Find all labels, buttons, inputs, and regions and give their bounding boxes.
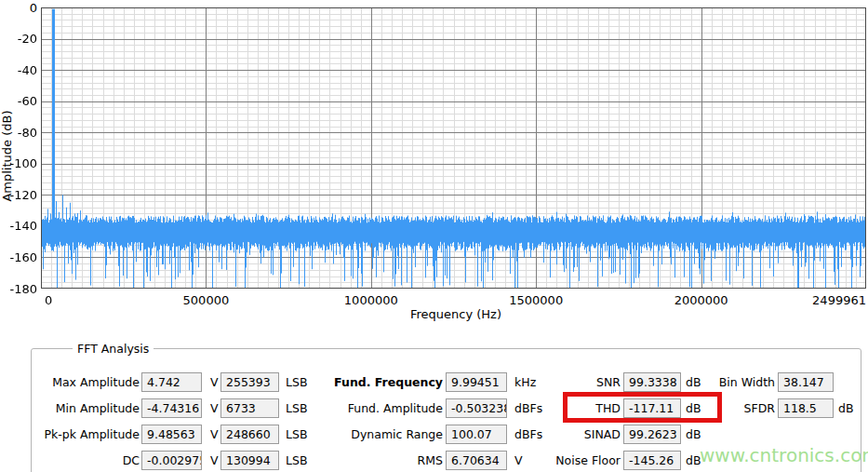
groupbox-title: FFT Analysis	[73, 342, 154, 356]
y-tick-label: -60	[0, 94, 37, 108]
x-tick-label: 0	[45, 293, 52, 307]
x-tick-label: 500000	[183, 293, 230, 307]
sinad-unit: dB	[686, 425, 701, 444]
x-tick-label: 2000000	[674, 293, 728, 307]
min-amplitude-lsb-unit: LSB	[286, 398, 307, 418]
x-tick-label: 2499961	[812, 293, 866, 307]
y-tick-label: -40	[0, 63, 37, 77]
noise-floor-label: Noise Floor	[516, 451, 621, 470]
y-tick-label: -140	[0, 219, 37, 233]
noise-floor-field[interactable]: -145.26	[623, 451, 681, 470]
dynamic-range-label: Dynamic Range	[333, 425, 443, 444]
dc-v-field[interactable]: -0.002975	[141, 451, 202, 470]
y-tick-label: -20	[0, 32, 37, 46]
spectrum-plot-area	[41, 7, 866, 289]
pkpk-amplitude-label: Pk-pk Amplitude	[31, 425, 140, 444]
bin-width-label: Bin Width	[688, 372, 775, 392]
dc-v-unit: V	[210, 451, 219, 470]
max-amplitude-label: Max Amplitude	[31, 372, 140, 392]
fund-amplitude-label: Fund. Amplitude	[333, 398, 443, 418]
pkpk-amplitude-lsb-field[interactable]: 248660	[220, 425, 279, 444]
pkpk-amplitude-v-field[interactable]: 9.48563	[141, 425, 202, 444]
y-tick-label: -180	[0, 282, 37, 296]
pkpk-amplitude-v-unit: V	[210, 425, 219, 444]
snr-label: SNR	[516, 372, 621, 392]
x-tick-label: 1000000	[344, 293, 398, 307]
fund-amplitude-field[interactable]: -0.503238	[446, 398, 507, 418]
max-amplitude-lsb-unit: LSB	[286, 372, 307, 392]
watermark-text: www.cntronics.com	[700, 444, 868, 466]
y-tick-label: -160	[0, 250, 37, 264]
bin-width-field[interactable]: 38.147	[778, 372, 834, 392]
y-tick-label: -100	[0, 156, 37, 170]
x-tick-label: 1500000	[509, 293, 563, 307]
dc-lsb-unit: LSB	[286, 451, 307, 470]
snr-field[interactable]: 99.3338	[623, 372, 681, 392]
min-amplitude-lsb-field[interactable]: 6733	[220, 398, 279, 418]
rms-label: RMS	[333, 451, 443, 470]
y-tick-label: 0	[0, 1, 37, 15]
fund-frequency-field[interactable]: 9.99451	[446, 372, 507, 392]
min-amplitude-label: Min Amplitude	[31, 398, 140, 418]
sfdr-field[interactable]: 118.5	[778, 398, 834, 418]
max-amplitude-v-unit: V	[210, 372, 219, 392]
dc-lsb-field[interactable]: 130994	[220, 451, 279, 470]
sinad-label: SINAD	[516, 425, 621, 444]
x-axis-title: Frequency (Hz)	[279, 307, 633, 321]
fft-spectrum-chart: Amplitude (dB) 0-20-40-60-80-100-120-140…	[0, 0, 868, 326]
thd-highlight-box	[563, 392, 722, 423]
min-amplitude-v-field[interactable]: -4.74316	[141, 398, 202, 418]
min-amplitude-v-unit: V	[210, 398, 219, 418]
pkpk-amplitude-lsb-unit: LSB	[286, 425, 307, 444]
dc-label: DC	[31, 451, 140, 470]
max-amplitude-v-field[interactable]: 4.742	[141, 372, 202, 392]
sfdr-unit: dB	[838, 398, 854, 418]
sinad-field[interactable]: 99.2623	[623, 425, 681, 444]
max-amplitude-lsb-field[interactable]: 255393	[220, 372, 279, 392]
y-tick-label: -120	[0, 188, 37, 202]
fft-analyzer-window: Amplitude (dB) 0-20-40-60-80-100-120-140…	[0, 0, 868, 472]
rms-field[interactable]: 6.70634	[446, 451, 507, 470]
fund-frequency-label: Fund. Frequency	[333, 372, 443, 392]
dynamic-range-field[interactable]: 100.07	[446, 425, 507, 444]
y-tick-label: -80	[0, 126, 37, 140]
